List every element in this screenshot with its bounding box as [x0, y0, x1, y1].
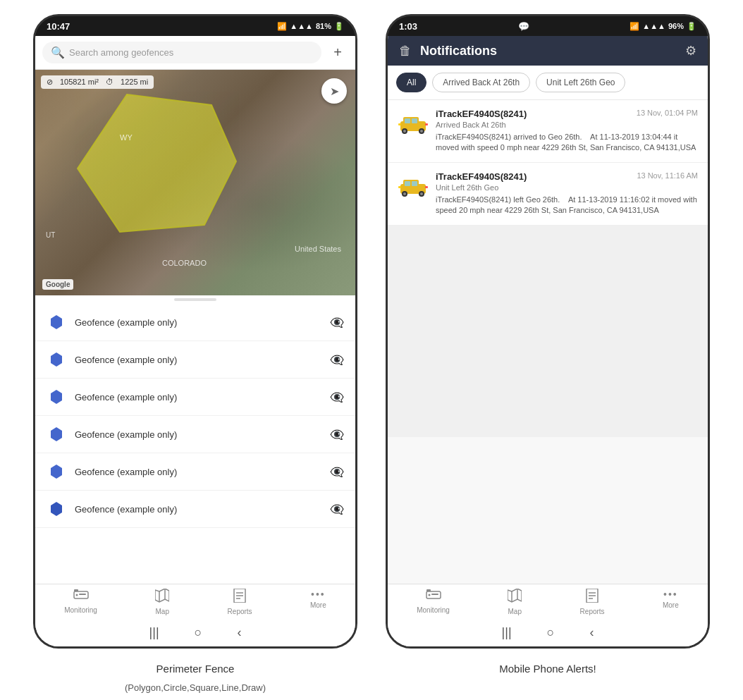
list-item[interactable]: Geofence (example only) 👁‍🗨 [35, 491, 355, 528]
geofence-name-2: Geofence (example only) [75, 392, 321, 403]
settings-icon[interactable]: ⚙ [685, 43, 696, 59]
right-recent-apps-button[interactable]: ||| [502, 625, 512, 640]
map-label-us: United States [295, 245, 341, 253]
notifications-header: 🗑 Notifications ⚙ [388, 36, 708, 66]
left-status-icons: 📶 ▲▲▲ 81% 🔋 [277, 22, 344, 31]
search-input-wrapper[interactable]: 🔍 Search among geofences [42, 42, 321, 63]
area-label: 105821 mi² [60, 78, 99, 87]
geofence-list: Geofence (example only) 👁‍🗨 Geofence (ex… [35, 304, 355, 584]
notif-body-0: iTrackEF4940S(8241) 13 Nov, 01:04 PM Arr… [436, 109, 698, 154]
eye-icon-4[interactable]: 👁‍🗨 [330, 465, 344, 479]
map-label-ut: UT [46, 231, 55, 239]
dist-icon: ⏱ [106, 78, 113, 87]
more-icon: ••• [311, 589, 326, 600]
svg-point-23 [403, 130, 406, 133]
svg-rect-27 [425, 123, 428, 125]
svg-rect-30 [405, 181, 410, 186]
notifications-list: iTrackEF4940S(8241) 13 Nov, 01:04 PM Arr… [388, 100, 708, 584]
notif-avatar-0 [398, 109, 429, 140]
svg-marker-2 [51, 352, 62, 367]
area-icon: ⊘ [47, 78, 53, 87]
notif-top-row-0: iTrackEF4940S(8241) 13 Nov, 01:04 PM [436, 109, 698, 119]
left-phone-content: 🔍 Search among geofences + ⊘ 105 [35, 36, 355, 646]
right-nav-more[interactable]: ••• More [663, 589, 679, 615]
geofence-icon-2 [47, 387, 66, 407]
svg-rect-26 [398, 123, 401, 125]
chat-icon: 💬 [518, 21, 529, 32]
map-area[interactable]: ⊘ 105821 mi² ⏱ 1225 mi WY United States … [35, 70, 355, 295]
geofence-icon-3 [47, 424, 66, 444]
notif-body-1: iTrackEF4940S(8241) 13 Nov, 11:16 AM Uni… [436, 171, 698, 216]
left-caption-sub: (Polygon,Circle,Square,Line,Draw) [125, 682, 266, 694]
filter-tab-all[interactable]: All [396, 73, 426, 92]
back-button[interactable]: ‹ [237, 625, 241, 640]
map-icon [155, 589, 169, 606]
home-button[interactable]: ○ [195, 625, 202, 640]
filter-tab-left[interactable]: Unit Left 26th Geo [536, 73, 625, 92]
svg-rect-31 [412, 181, 417, 186]
nav-monitoring[interactable]: Monitoring [64, 589, 97, 615]
right-nav-monitoring[interactable]: Monitoring [417, 589, 450, 615]
nav-reports[interactable]: Reports [228, 589, 252, 615]
right-caption: Mobile Phone Alerts! [499, 661, 596, 676]
right-home-button[interactable]: ○ [547, 625, 555, 640]
svg-rect-9 [79, 594, 86, 595]
list-item[interactable]: Geofence (example only) 👁‍🗨 [35, 341, 355, 379]
right-nav-map[interactable]: Map [508, 589, 522, 615]
svg-point-33 [403, 192, 406, 195]
right-battery-icon: 🔋 [687, 22, 696, 31]
left-system-bar: ||| ○ ‹ [35, 618, 355, 646]
scroll-indicator [174, 298, 216, 301]
list-item[interactable]: Geofence (example only) 👁‍🗨 [35, 379, 355, 416]
more-label: More [310, 601, 326, 609]
svg-rect-20 [405, 118, 410, 123]
notif-top-row-1: iTrackEF4940S(8241) 13 Nov, 11:16 AM [436, 171, 698, 182]
svg-point-8 [75, 594, 78, 596]
geofence-name-4: Geofence (example only) [75, 467, 321, 477]
google-badge: Google [42, 279, 73, 290]
car-icon-0 [398, 114, 429, 134]
right-back-button[interactable]: ‹ [589, 625, 594, 640]
right-map-label: Map [508, 608, 522, 615]
add-geofence-button[interactable]: + [327, 42, 348, 63]
left-bottom-nav: Monitoring Map Reports [35, 584, 355, 618]
right-status-icons: 📶 ▲▲▲ 96% 🔋 [630, 22, 696, 31]
list-item[interactable]: Geofence (example only) 👁‍🗨 [35, 304, 355, 341]
eye-icon-3[interactable]: 👁‍🗨 [330, 428, 344, 441]
left-status-bar: 10:47 📶 ▲▲▲ 81% 🔋 [35, 16, 355, 36]
notification-item-1[interactable]: iTrackEF4940S(8241) 13 Nov, 11:16 AM Uni… [388, 163, 708, 226]
eye-icon-0[interactable]: 👁‍🗨 [330, 316, 344, 329]
eye-icon-2[interactable]: 👁‍🗨 [330, 391, 344, 404]
right-map-icon [508, 589, 522, 606]
svg-rect-37 [425, 186, 428, 188]
left-caption-wrapper: Perimeter Fence (Polygon,Circle,Square,L… [125, 656, 266, 694]
compass-button[interactable]: ➤ [321, 78, 347, 104]
svg-rect-36 [398, 186, 401, 188]
right-nav-reports[interactable]: Reports [580, 589, 605, 615]
svg-marker-0 [78, 94, 236, 232]
empty-list-area [388, 226, 708, 437]
battery-label: 81% [316, 22, 331, 30]
recent-apps-button[interactable]: ||| [149, 625, 159, 640]
left-phone-wrapper: 10:47 📶 ▲▲▲ 81% 🔋 🔍 Search among geofenc… [33, 14, 357, 694]
nav-map[interactable]: Map [155, 589, 169, 615]
notification-item-0[interactable]: iTrackEF4940S(8241) 13 Nov, 01:04 PM Arr… [388, 100, 708, 163]
geofence-polygon [56, 84, 254, 246]
eye-icon-5[interactable]: 👁‍🗨 [330, 503, 344, 516]
reports-icon [233, 589, 246, 606]
search-bar: 🔍 Search among geofences + [35, 36, 355, 70]
eye-icon-1[interactable]: 👁‍🗨 [330, 353, 344, 367]
filter-tabs: All Arrived Back At 26th Unit Left 26th … [388, 66, 708, 100]
nav-more[interactable]: ••• More [310, 589, 326, 615]
right-phone-wrapper: 1:03 💬 📶 ▲▲▲ 96% 🔋 🗑 Notifications ⚙ [386, 14, 710, 676]
geofence-icon-1 [47, 350, 66, 369]
right-phone-frame: 1:03 💬 📶 ▲▲▲ 96% 🔋 🗑 Notifications ⚙ [386, 14, 710, 649]
search-input[interactable]: Search among geofences [69, 47, 173, 58]
right-reports-icon [586, 589, 598, 606]
list-item[interactable]: Geofence (example only) 👁‍🗨 [35, 453, 355, 491]
geofence-name-3: Geofence (example only) [75, 429, 321, 440]
list-item[interactable]: Geofence (example only) 👁‍🗨 [35, 416, 355, 453]
right-system-bar: ||| ○ ‹ [388, 618, 708, 646]
filter-tab-arrived[interactable]: Arrived Back At 26th [432, 73, 530, 92]
trash-icon[interactable]: 🗑 [399, 44, 412, 59]
